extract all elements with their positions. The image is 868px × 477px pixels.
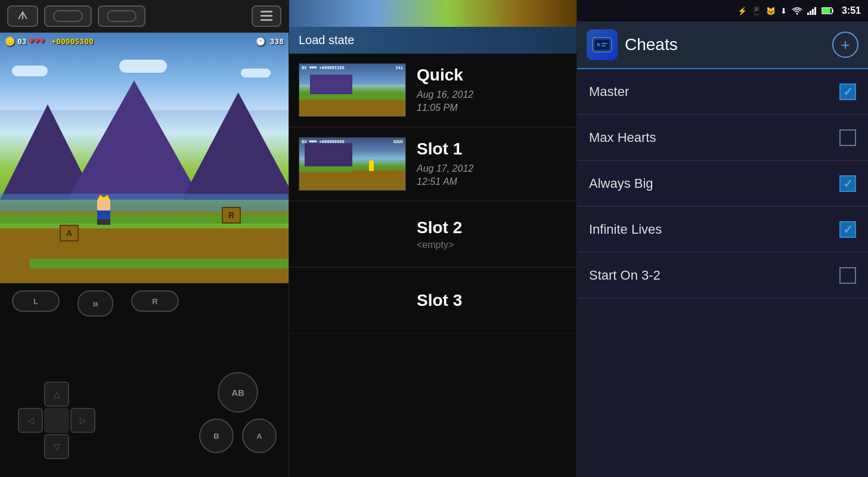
checkmark-icon-3: ✓ <box>843 222 853 237</box>
slot3-name: Slot 3 <box>299 291 567 310</box>
char-head <box>97 199 110 210</box>
sign-a: A <box>60 225 79 241</box>
cheat-start-3-2-item[interactable]: Start On 3-2 <box>577 253 868 298</box>
cheat-always-big-checkbox[interactable]: ✓ <box>839 175 856 192</box>
battery-icon <box>822 7 835 14</box>
cloud-1 <box>12 66 48 76</box>
cheats-panel: ⚡ 📱 🐱 ⬇ 3:51 <box>577 0 868 477</box>
dpad-left[interactable]: ◁ <box>18 408 43 433</box>
wifi-icon <box>792 7 802 15</box>
b-button[interactable]: B <box>199 419 234 453</box>
hud-left: 🪙 03 ♥ ♥ ♥ +00005300 <box>5 36 94 46</box>
ground <box>0 224 289 283</box>
svg-rect-4 <box>807 13 809 15</box>
right-action-button[interactable] <box>98 5 145 27</box>
hud-counter: 🕐 338 <box>256 37 284 46</box>
checkmark-icon-2: ✓ <box>843 176 853 191</box>
sign-r: R <box>222 207 241 224</box>
game-hud: 🪙 03 ♥ ♥ ♥ +00005300 🕐 338 <box>0 36 289 46</box>
loadstate-slot2-item[interactable]: Slot 2 <empty> <box>289 202 576 267</box>
ocean-strip <box>0 194 289 212</box>
slot2-name: Slot 2 <box>299 218 567 237</box>
svg-rect-1 <box>261 11 272 13</box>
cheats-list: Master ✓ Max Hearts Always Big ✓ Infinit… <box>577 69 868 477</box>
svg-rect-7 <box>814 7 816 15</box>
loadstate-panel: Load state BX ♥♥♥ +000005300 341 Quick <box>289 0 577 477</box>
cheats-header: Cheats + <box>577 21 868 69</box>
left-action-button[interactable] <box>44 5 92 27</box>
cheat-infinite-lives-item[interactable]: Infinite Lives ✓ <box>577 207 868 252</box>
cloud-3 <box>241 69 271 78</box>
cheat-master-item[interactable]: Master ✓ <box>577 69 868 114</box>
cheat-max-hearts-checkbox[interactable] <box>839 129 856 146</box>
fast-forward-button[interactable]: » <box>78 290 113 317</box>
status-bar: ⚡ 📱 🐱 ⬇ 3:51 <box>577 0 868 21</box>
slot1-info: Slot 1 Aug 17, 2012 12:51 AM <box>417 140 567 189</box>
game-top-bar <box>0 0 289 33</box>
l-button[interactable]: L <box>12 290 60 312</box>
hud-hearts: ♥ ♥ ♥ <box>29 37 45 45</box>
quick-thumb-hud: BX ♥♥♥ +000005300 341 <box>302 66 403 70</box>
game-character <box>95 195 112 225</box>
loadstate-list: BX ♥♥♥ +000005300 341 Quick Aug 16, 2012… <box>289 54 576 477</box>
svg-rect-3 <box>261 19 272 21</box>
hud-score: +00005300 <box>51 37 93 46</box>
dpad-horizontal: ◁ ▷ <box>18 408 95 433</box>
cheat-infinite-lives-checkbox[interactable]: ✓ <box>839 221 856 238</box>
cheat-max-hearts-label: Max Hearts <box>589 130 656 145</box>
svg-rect-5 <box>810 11 811 15</box>
loadstate-slot3-item[interactable]: Slot 3 <box>289 268 576 333</box>
svg-rect-9 <box>822 8 830 13</box>
svg-point-12 <box>597 43 600 47</box>
cheat-max-hearts-item[interactable]: Max Hearts <box>577 115 868 160</box>
cheats-title: Cheats <box>625 35 825 54</box>
dpad-center-h <box>44 408 69 433</box>
char-crown <box>98 195 110 199</box>
svg-rect-6 <box>812 9 814 15</box>
loadstate-title: Load state <box>299 33 354 47</box>
cloud-2 <box>119 60 167 73</box>
quick-info: Quick Aug 16, 2012 11:05 PM <box>417 66 567 115</box>
cheat-start-3-2-label: Start On 3-2 <box>589 268 661 283</box>
status-time: 3:51 <box>842 5 861 16</box>
cheat-master-label: Master <box>589 84 629 100</box>
dpad-up[interactable]: △ <box>44 382 69 407</box>
game-screen: 🪙 03 ♥ ♥ ♥ +00005300 🕐 338 <box>0 33 289 283</box>
hud-coin-icon: 🪙 <box>5 36 15 46</box>
slot1-date: Aug 17, 2012 12:51 AM <box>417 162 567 189</box>
ab-button[interactable]: AB <box>218 372 258 413</box>
r-button[interactable]: R <box>131 290 179 312</box>
cheat-always-big-item[interactable]: Always Big ✓ <box>577 161 868 206</box>
dpad-down[interactable]: ▽ <box>44 434 69 459</box>
loadstate-header: Load state <box>289 27 576 54</box>
cheat-master-checkbox[interactable]: ✓ <box>839 83 856 100</box>
quick-thumb-img: BX ♥♥♥ +000005300 341 <box>299 64 405 116</box>
loadstate-quick-item[interactable]: BX ♥♥♥ +000005300 341 Quick Aug 16, 2012… <box>289 54 576 127</box>
dpad-right[interactable]: ▷ <box>70 408 95 433</box>
cheat-always-big-label: Always Big <box>589 176 653 191</box>
signal-icon <box>807 7 817 15</box>
loadstate-slot1-item[interactable]: BX ♥♥♥ +000000000 3UUU Slot 1 Aug 17, 20… <box>289 128 576 201</box>
cheat-infinite-lives-label: Infinite Lives <box>589 222 662 237</box>
download-icon: ⬇ <box>780 7 787 16</box>
shoulder-buttons: L » R <box>12 290 179 317</box>
quick-date: Aug 16, 2012 11:05 PM <box>417 88 567 115</box>
menu-button[interactable] <box>252 5 281 27</box>
slot1-thumb-hud: BX ♥♥♥ +000000000 3UUU <box>302 140 403 144</box>
quick-slot-name: Quick <box>417 66 567 85</box>
slot2-empty-label: <empty> <box>299 240 567 250</box>
a-button[interactable]: A <box>242 419 277 453</box>
game-top-left <box>7 5 145 27</box>
dpad: △ ▽ ◁ ▷ <box>18 382 95 459</box>
slot1-name: Slot 1 <box>417 140 567 159</box>
notification-icon: 🐱 <box>766 7 776 16</box>
add-cheat-button[interactable]: + <box>832 32 858 58</box>
cheat-divider-5 <box>577 298 868 299</box>
game-controls: L » R △ ▽ ◁ <box>0 283 289 477</box>
grass-lower <box>30 259 289 268</box>
cheat-start-3-2-checkbox[interactable] <box>839 267 856 284</box>
game-panel: 🪙 03 ♥ ♥ ♥ +00005300 🕐 338 <box>0 0 289 477</box>
share-button[interactable] <box>7 5 38 27</box>
char-legs <box>97 219 110 225</box>
app-icon <box>587 29 618 60</box>
